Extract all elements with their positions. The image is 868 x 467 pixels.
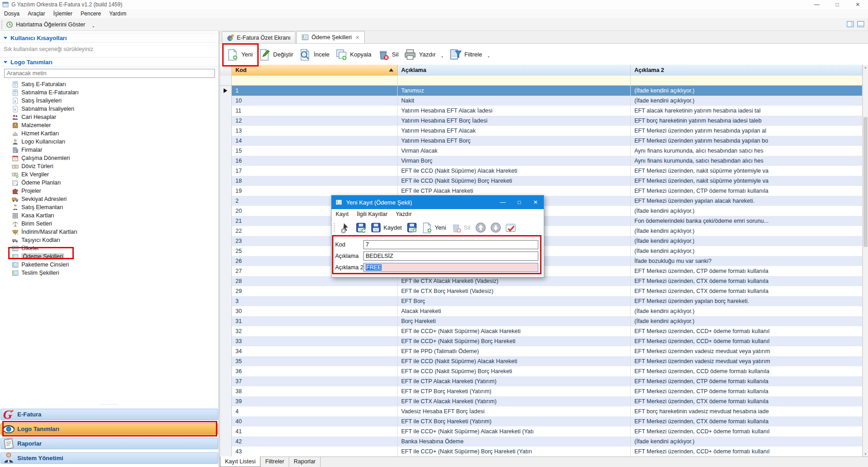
dialog-close-icon[interactable]: ✕	[527, 195, 544, 209]
nav-panel-logo-tan-mlar[interactable]: Logo Tanımları	[0, 423, 218, 435]
table-row[interactable]: 29EFT ile CTX Borç Hareketi (Vadesiz)EFT…	[220, 286, 863, 296]
sidebar-item-paketleme-cinsleri[interactable]: Paketleme Cinsleri	[0, 261, 219, 269]
sidebar-item-sat-i-rsaliyeleri[interactable]: iSatış İrsaliyeleri	[0, 97, 219, 105]
sidebar-item-cari-hesaplar[interactable]: Cari Hesaplar	[0, 113, 219, 121]
dialog-menu-i-lgili-kay-tlar[interactable]: İlgili Kayıtlar	[353, 211, 392, 217]
table-row[interactable]: 37EFT ile CTP Alacak Hareketi (Yatırım)E…	[220, 376, 863, 386]
yeni-button[interactable]: Yeni	[226, 48, 253, 61]
up-circle-icon[interactable]	[475, 222, 486, 233]
dialog-titlebar[interactable]: Yeni Kayıt (Ödeme Şekli) — □ ✕	[332, 195, 544, 209]
chevron-down-icon[interactable]	[487, 53, 490, 56]
nav-panel-e-fatura[interactable]: GE-Fatura	[0, 409, 218, 420]
sidebar-item-firmalar[interactable]: Firmalar	[0, 146, 219, 154]
table-row[interactable]: 10Nakit(İfade kendini açıklıyor.)	[220, 96, 863, 106]
scrollbar-thumb[interactable]	[863, 117, 868, 247]
trash-icon[interactable]	[450, 222, 462, 233]
table-row[interactable]: 36EFT ile CCD (Nakit Süpürme) Borç Harek…	[220, 366, 863, 376]
table-row[interactable]: 17EFT ile CCD (Nakit Süpürme) Alacak Har…	[220, 166, 863, 176]
kaydet-button-label[interactable]: Kaydet	[383, 224, 402, 231]
sidebar-item-sat-e-faturalar[interactable]: Satış E-Faturaları	[0, 80, 219, 88]
nav-splitter-handle[interactable]: .........	[0, 401, 219, 405]
chevron-down-icon[interactable]	[440, 53, 444, 56]
vertical-scrollbar[interactable]: ▲ ▼	[863, 65, 868, 457]
table-row[interactable]: 35EFT ile CCD (Nakit Süpürme) Alacak Har…	[220, 356, 863, 366]
search-input[interactable]	[4, 69, 215, 78]
table-row[interactable]: 3EFT BorçEFT Merkezi üzerinden yapılan b…	[220, 296, 863, 306]
table-row[interactable]: 12Yatırım Hesabına EFT Borç İadesiEFT bo…	[220, 116, 863, 126]
chevron-down-icon[interactable]	[92, 23, 95, 26]
sil-button-label[interactable]: Sil	[464, 224, 470, 231]
a-klama-field[interactable]: BEDELSİZ	[363, 251, 538, 261]
column-header-a-klama-2[interactable]: Açıklama 2	[631, 65, 863, 76]
sidebar-item-ta-y-c-kodlar[interactable]: Taşıyıcı Kodları	[0, 236, 219, 244]
table-row[interactable]: 42Banka Hesabına Ödeme(İfade kendini açı…	[220, 436, 863, 446]
table-row[interactable]: 11Yatırım Hesabına EFT Alacak İadesiEFT …	[220, 106, 863, 116]
sidebar-item-sat-nalma-e-faturalar[interactable]: Satınalma E-Faturaları	[0, 88, 219, 97]
de-i-tir-button[interactable]: Değiştir	[258, 48, 293, 61]
menu-i-lemler[interactable]: İşlemler	[49, 9, 77, 18]
table-row[interactable]: 43EFT ile CCD+ (Nakit Süpürme) Borç Hare…	[220, 446, 863, 457]
i-ncele-button[interactable]: İncele	[299, 48, 330, 61]
dialog-menu-yazd-r[interactable]: Yazdır	[392, 211, 416, 217]
filter-cell[interactable]	[398, 76, 631, 85]
menu-yard-m[interactable]: Yardım	[105, 9, 131, 18]
definitions-section-header[interactable]: Logo Tanımları	[0, 57, 219, 67]
dialog-maximize-icon[interactable]: □	[511, 195, 527, 209]
confirm-icon[interactable]	[505, 222, 516, 233]
tab-close-icon[interactable]: ✕	[355, 35, 359, 41]
sidebar-item-teslim-ekilleri[interactable]: Teslim Şekilleri	[0, 269, 219, 277]
sidebar-item-sat-nalma-i-rsaliyeleri[interactable]: iSatınalma İrsaliyeleri	[0, 105, 219, 113]
menu-pencere[interactable]: Pencere	[77, 9, 105, 18]
nav-panel-sistem-y-netimi[interactable]: Sistem Yönetimi	[0, 452, 218, 464]
sidebar-item-d-viz-t-rleri[interactable]: Döviz Türleri	[0, 162, 219, 170]
sidebar-item-sat-elemanlar[interactable]: Satış Elemanları	[0, 203, 219, 211]
sidebar-item-deme-planlar[interactable]: Ödeme Planları	[0, 179, 219, 187]
bottom-tab-kay-t-listesi[interactable]: Kayıt Listesi	[220, 457, 260, 467]
dialog-menu-kay-t[interactable]: Kayıt	[332, 211, 353, 217]
filtrele-button[interactable]: Filtrele	[449, 48, 490, 61]
filter-cell[interactable]	[220, 76, 232, 85]
sidebar-item-ek-vergiler[interactable]: Ek Vergiler	[0, 170, 219, 179]
filter-cell[interactable]	[631, 76, 863, 85]
table-row[interactable]: 4Vadesiz Hesaba EFT Borç İadesiEFT borç …	[220, 406, 863, 416]
reminder-toggle-button[interactable]: Hatırlatma Öğelerini Göster	[16, 21, 85, 28]
sidebar-item-projeler[interactable]: Projeler	[0, 187, 219, 195]
table-row[interactable]: 41EFT ile CCD+ (Nakit Süpürme) Alacak Ha…	[220, 426, 863, 436]
sidebar-item-sevkiyat-adresleri[interactable]: Sevkiyat Adresleri	[0, 195, 219, 203]
menu-dosya[interactable]: Dosya	[0, 9, 24, 18]
kod-field[interactable]: 7	[363, 240, 538, 249]
column-header-kod[interactable]: Kod	[232, 65, 398, 76]
minimize-icon[interactable]: —	[807, 0, 827, 9]
save-refresh-icon[interactable]	[355, 222, 367, 233]
down-circle-icon[interactable]	[490, 222, 501, 233]
a-klama-2-field[interactable]: FREE	[363, 263, 538, 272]
table-row[interactable]: 19EFT ile CTP Alacak HareketiEFT Merkezi…	[220, 186, 863, 196]
table-row[interactable]: 28EFT ile CTX Alacak Hareketi (Vadesiz)E…	[220, 276, 863, 286]
table-row[interactable]: 30Alacak Hareketi(İfade kendini açıklıyo…	[220, 306, 863, 316]
sidebar-item-deme-ekilleri[interactable]: Ödeme Şekilleri	[0, 252, 219, 261]
scroll-up-icon[interactable]: ▲	[863, 66, 868, 69]
table-row[interactable]: 38EFT ile CTP Borç Hareketi (Yatırım)EFT…	[220, 386, 863, 396]
table-row[interactable]: 18EFT ile CCD (Nakit Süpürme) Borç Harek…	[220, 176, 863, 186]
maximize-icon[interactable]: □	[827, 0, 848, 9]
nav-panel-raporlar[interactable]: Raporlar	[0, 438, 218, 449]
table-row[interactable]: 34EFT ile PPD (Talimatlı Ödeme)EFT Merke…	[220, 346, 863, 356]
table-row[interactable]: 14Yatırım Hesabına EFT BorçEFT Merkezi ü…	[220, 136, 863, 146]
filter-cell[interactable]	[232, 76, 398, 85]
table-row[interactable]: 13Yatırım Hesabına EFT AlacakEFT Merkezi…	[220, 126, 863, 136]
tab-deme-ekilleri[interactable]: Ödeme Şekilleri✕	[296, 31, 364, 43]
bottom-tab-filtreler[interactable]: Filtreler	[260, 457, 289, 467]
sidebar-item-i-ndirim-masraf-kartlar[interactable]: İndirim/Masraf Kartları	[0, 228, 219, 236]
bottom-tab-raporlar[interactable]: Raporlar	[289, 457, 321, 467]
table-row[interactable]: 39EFT ile CTX Alacak Hareketi (Yatırım)E…	[220, 396, 863, 406]
column-header-a-klama[interactable]: Açıklama	[398, 65, 631, 76]
table-row[interactable]: 40EFT ile CTX Borç Hareketi (Yatırım)EFT…	[220, 416, 863, 426]
close-icon[interactable]: ✕	[848, 0, 868, 9]
page-plus-icon[interactable]	[421, 222, 433, 233]
yazd-r-button[interactable]: Yazdır	[404, 48, 444, 61]
scroll-down-icon[interactable]: ▼	[863, 452, 868, 456]
yeni-button-label[interactable]: Yeni	[434, 224, 446, 231]
table-row[interactable]: 33EFT ile CCD+ (Nakit Süpürme) Borç Hare…	[220, 336, 863, 346]
save-icon[interactable]	[370, 222, 382, 233]
shortcuts-section-header[interactable]: Kullanıcı Kısayolları	[0, 33, 219, 43]
